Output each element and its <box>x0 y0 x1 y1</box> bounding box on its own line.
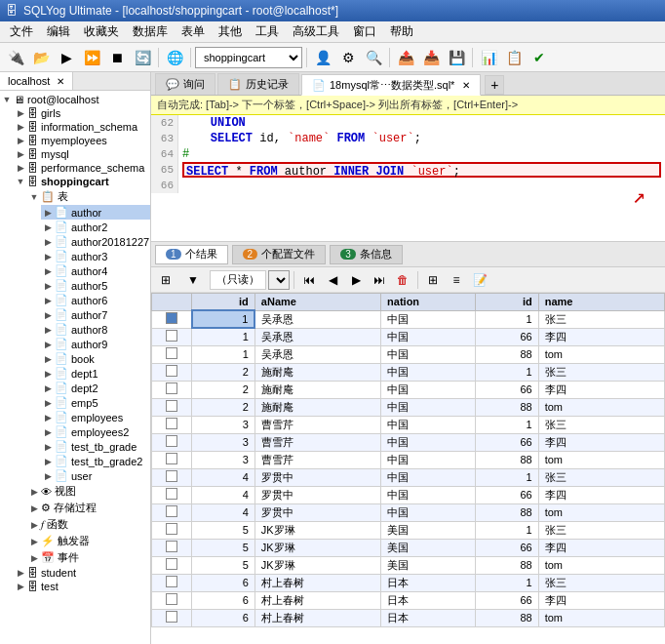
cell-nation[interactable]: 中国 <box>381 398 476 416</box>
checkbox[interactable] <box>166 576 177 587</box>
table-author5[interactable]: ▶📄author5 <box>41 278 150 293</box>
tab-query[interactable]: 💬 询问 <box>155 73 215 95</box>
cell-aname[interactable]: 村上春树 <box>254 591 380 609</box>
row-cb[interactable] <box>152 433 192 451</box>
cell-id2[interactable]: 1 <box>476 574 539 591</box>
row-cb[interactable] <box>152 574 192 591</box>
table-row[interactable]: 3 曹雪芹 中国 66 李四 <box>152 433 665 451</box>
menu-item-其他[interactable]: 其他 <box>213 22 248 41</box>
checkbox[interactable] <box>166 470 177 482</box>
db-mysql[interactable]: ▶ 🗄 mysql <box>14 147 150 161</box>
group-views[interactable]: ▶ 👁 视图 <box>27 483 150 500</box>
db-shoppingcart[interactable]: ▼ 🗄 shoppingcart <box>14 175 150 188</box>
cell-name[interactable]: 李四 <box>538 539 664 556</box>
table-author6[interactable]: ▶📄author6 <box>41 293 150 307</box>
cell-name[interactable]: 李四 <box>538 486 664 503</box>
cell-id[interactable]: 5 <box>192 521 255 539</box>
cell-nation[interactable]: 中国 <box>381 345 476 363</box>
table-author3[interactable]: ▶📄author3 <box>41 249 150 263</box>
table-author7[interactable]: ▶📄author7 <box>41 307 150 322</box>
settings-btn[interactable]: ⚙ <box>336 46 360 69</box>
open-btn[interactable]: 📂 <box>29 46 53 69</box>
cell-nation[interactable]: 中国 <box>381 486 476 503</box>
checkbox[interactable] <box>166 418 177 429</box>
cell-id[interactable]: 3 <box>192 433 255 451</box>
cell-id[interactable]: 6 <box>192 609 255 626</box>
table-row[interactable]: 4 罗贯中 中国 88 tom <box>152 503 665 521</box>
tab-sql-file[interactable]: 📄 18mysql常⋯数据类型.sql* ✕ <box>301 74 481 96</box>
cell-aname[interactable]: 曹雪芹 <box>254 451 380 468</box>
backup-btn[interactable]: 💾 <box>445 46 468 69</box>
col-header-id2[interactable]: id <box>476 294 539 311</box>
checkbox[interactable] <box>166 488 177 500</box>
row-cb[interactable] <box>152 416 192 433</box>
cell-aname[interactable]: 曹雪芹 <box>254 416 380 433</box>
menu-item-表单[interactable]: 表单 <box>176 22 211 41</box>
row-cb[interactable] <box>152 609 192 626</box>
cell-id2[interactable]: 88 <box>476 609 539 626</box>
group-procedures[interactable]: ▶ ⚙ 存储过程 <box>27 500 150 516</box>
db-performance-schema[interactable]: ▶ 🗄 performance_schema <box>14 161 150 175</box>
result-tab-1[interactable]: 1 个结果 <box>155 245 228 264</box>
form-btn-r[interactable]: 📝 <box>469 269 490 291</box>
table-author2[interactable]: ▶📄author2 <box>41 220 150 234</box>
cell-name[interactable]: 张三 <box>538 574 664 591</box>
checkbox[interactable] <box>166 541 177 552</box>
cell-name[interactable]: tom <box>538 345 664 363</box>
cell-id[interactable]: 4 <box>192 468 255 486</box>
cell-nation[interactable]: 中国 <box>381 468 476 486</box>
result-grid[interactable]: id aName nation id name 1 吴承恩 中国 1 张三 1 … <box>151 293 665 644</box>
checkbox[interactable] <box>166 611 177 623</box>
cell-aname[interactable]: 施耐庵 <box>254 398 380 416</box>
cell-id[interactable]: 2 <box>192 398 255 416</box>
cell-id[interactable]: 3 <box>192 416 255 433</box>
table-test_tb_grade2[interactable]: ▶📄test_tb_grade2 <box>41 454 150 468</box>
cell-name[interactable]: 张三 <box>538 416 664 433</box>
group-tables[interactable]: ▼ 📋 表 <box>27 188 150 205</box>
group-functions[interactable]: ▶ 𝑓 函数 <box>27 516 150 533</box>
last-btn[interactable]: ⏭ <box>369 269 390 291</box>
table-dept2[interactable]: ▶📄dept2 <box>41 381 150 395</box>
dropdown-btn[interactable]: ▼ <box>178 269 208 291</box>
table-author8[interactable]: ▶📄author8 <box>41 322 150 337</box>
cell-aname[interactable]: JK罗琳 <box>254 521 380 539</box>
cell-nation[interactable]: 中国 <box>381 503 476 521</box>
db-student[interactable]: ▶ 🗄 student <box>14 566 150 580</box>
first-btn[interactable]: ⏮ <box>298 269 320 291</box>
table-btn[interactable]: 📋 <box>502 46 526 69</box>
row-cb[interactable] <box>152 503 192 521</box>
cell-id2[interactable]: 66 <box>476 328 539 345</box>
table-author20181227[interactable]: ▶📄author20181227 <box>41 234 150 249</box>
row-cb[interactable] <box>152 468 192 486</box>
filter-btn[interactable]: 🔍 <box>362 46 385 69</box>
cell-id[interactable]: 5 <box>192 556 255 574</box>
new-connection-btn[interactable]: 🔌 <box>4 46 27 69</box>
cell-nation[interactable]: 美国 <box>381 556 476 574</box>
table-row[interactable]: 2 施耐庵 中国 88 tom <box>152 398 665 416</box>
cell-nation[interactable]: 中国 <box>381 416 476 433</box>
menu-item-高级工具[interactable]: 高级工具 <box>287 22 345 41</box>
export-btn[interactable]: 📤 <box>394 46 417 69</box>
table-row[interactable]: 3 曹雪芹 中国 88 tom <box>152 451 665 468</box>
cell-id[interactable]: 4 <box>192 503 255 521</box>
cell-name[interactable]: 李四 <box>538 328 664 345</box>
cell-id2[interactable]: 88 <box>476 345 539 363</box>
table-emp5[interactable]: ▶📄emp5 <box>41 395 150 410</box>
row-cb[interactable] <box>152 328 192 345</box>
check-btn[interactable]: ✔ <box>528 46 551 69</box>
checkbox[interactable] <box>166 312 177 324</box>
prev-btn[interactable]: ◀ <box>322 269 343 291</box>
table-row[interactable]: 3 曹雪芹 中国 1 张三 <box>152 416 665 433</box>
grid-view-btn[interactable]: ⊞ <box>155 269 176 291</box>
cell-aname[interactable]: JK罗琳 <box>254 556 380 574</box>
cell-nation[interactable]: 美国 <box>381 521 476 539</box>
editor[interactable]: 62 63 64 65 66 UNION SELECT id, `name` F… <box>151 115 665 242</box>
grid-btn[interactable]: 📊 <box>477 46 500 69</box>
cell-id[interactable]: 6 <box>192 574 255 591</box>
cell-id2[interactable]: 88 <box>476 503 539 521</box>
checkbox[interactable] <box>166 400 177 412</box>
checkbox[interactable] <box>166 347 177 359</box>
row-cb[interactable] <box>152 345 192 363</box>
tab-add-btn[interactable]: + <box>485 75 504 95</box>
cell-id[interactable]: 5 <box>192 539 255 556</box>
